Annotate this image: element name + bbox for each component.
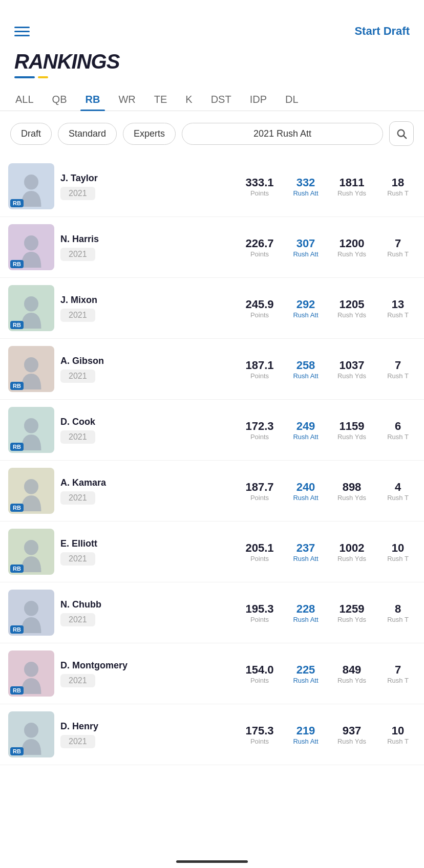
draft-filter-button[interactable]: Draft	[10, 123, 52, 145]
tab-dl[interactable]: DL	[276, 89, 308, 111]
points-label: Points	[242, 250, 278, 258]
position-badge: RB	[10, 260, 24, 268]
points-label: Points	[242, 372, 278, 380]
points-label: Points	[242, 311, 278, 319]
player-row[interactable]: RB D. Henry 2021 175.3 Points 219 Rush A…	[0, 704, 424, 765]
player-year: 2021	[60, 674, 95, 687]
rush-td-value: 4	[380, 481, 416, 494]
stat-rush-yds: 1200 Rush Yds	[334, 237, 370, 258]
rush-yds-value: 1200	[334, 237, 370, 250]
stat-rush-td: 4 Rush T	[380, 481, 416, 502]
stat-rush-td: 6 Rush T	[380, 420, 416, 441]
rush-yds-label: Rush Yds	[334, 311, 370, 319]
search-button[interactable]	[389, 121, 414, 146]
experts-filter-button[interactable]: Experts	[123, 123, 176, 145]
player-row[interactable]: RB D. Cook 2021 172.3 Points 249 Rush At…	[0, 400, 424, 461]
stat-points: 226.7 Points	[242, 237, 278, 258]
player-stats: 245.9 Points 292 Rush Att 1205 Rush Yds …	[242, 298, 416, 319]
rush-td-value: 7	[380, 237, 416, 250]
rush-att-label: Rush Att	[288, 433, 324, 441]
rush-att-label: Rush Att	[288, 372, 324, 380]
rush-td-value: 13	[380, 298, 416, 311]
tab-idp[interactable]: IDP	[241, 89, 276, 111]
rush-td-value: 6	[380, 420, 416, 433]
player-row[interactable]: RB N. Chubb 2021 195.3 Points 228 Rush A…	[0, 582, 424, 643]
points-label: Points	[242, 433, 278, 441]
tab-k[interactable]: K	[176, 89, 201, 111]
stat-rush-att: 237 Rush Att	[288, 541, 324, 562]
rush-td-label: Rush T	[380, 311, 416, 319]
player-avatar: RB	[8, 407, 54, 453]
player-row[interactable]: RB J. Taylor 2021 333.1 Points 332 Rush …	[0, 156, 424, 217]
rush-yds-value: 849	[334, 663, 370, 677]
player-row[interactable]: RB A. Kamara 2021 187.7 Points 240 Rush …	[0, 461, 424, 522]
stat-points: 172.3 Points	[242, 420, 278, 441]
rush-att-value: 225	[288, 663, 324, 677]
player-avatar: RB	[8, 650, 54, 697]
rush-yds-label: Rush Yds	[334, 616, 370, 623]
rush-td-value: 7	[380, 663, 416, 677]
player-name: D. Henry	[60, 721, 236, 732]
player-stats: 226.7 Points 307 Rush Att 1200 Rush Yds …	[242, 237, 416, 258]
rush-att-label: Rush Att	[288, 311, 324, 319]
position-badge: RB	[10, 321, 24, 329]
player-row[interactable]: RB J. Mixon 2021 245.9 Points 292 Rush A…	[0, 278, 424, 339]
stat-points: 245.9 Points	[242, 298, 278, 319]
rush-td-value: 7	[380, 359, 416, 372]
standard-filter-button[interactable]: Standard	[58, 123, 117, 145]
rush-td-value: 10	[380, 724, 416, 737]
tab-all[interactable]: ALL	[6, 89, 43, 111]
tab-te[interactable]: TE	[145, 89, 177, 111]
rush-td-label: Rush T	[380, 372, 416, 380]
player-row[interactable]: RB E. Elliott 2021 205.1 Points 237 Rush…	[0, 522, 424, 582]
player-info: D. Henry 2021	[60, 721, 236, 748]
player-row[interactable]: RB A. Gibson 2021 187.1 Points 258 Rush …	[0, 339, 424, 400]
stat-rush-td: 7 Rush T	[380, 663, 416, 684]
player-avatar: RB	[8, 711, 54, 757]
tab-qb[interactable]: QB	[43, 89, 76, 111]
position-badge: RB	[10, 382, 24, 390]
rush-yds-label: Rush Yds	[334, 555, 370, 562]
svg-point-7	[24, 479, 38, 494]
rush-yds-label: Rush Yds	[334, 372, 370, 380]
tab-rb[interactable]: RB	[76, 89, 110, 111]
rush-att-label: Rush Att	[288, 737, 324, 745]
player-stats: 333.1 Points 332 Rush Att 1811 Rush Yds …	[242, 176, 416, 197]
player-info: N. Chubb 2021	[60, 599, 236, 626]
points-value: 245.9	[242, 298, 278, 311]
stat-rush-yds: 1002 Rush Yds	[334, 541, 370, 562]
stat-rush-att: 332 Rush Att	[288, 176, 324, 197]
rush-att-label: Rush Att	[288, 189, 324, 197]
points-value: 154.0	[242, 663, 278, 677]
stat-rush-yds: 1037 Rush Yds	[334, 359, 370, 380]
page-title-section: RANKINGS	[0, 46, 424, 78]
svg-point-6	[24, 418, 38, 433]
position-badge: RB	[10, 504, 24, 512]
tab-dst[interactable]: DST	[202, 89, 241, 111]
rush-att-filter-button[interactable]: 2021 Rush Att	[182, 123, 383, 145]
player-stats: 172.3 Points 249 Rush Att 1159 Rush Yds …	[242, 420, 416, 441]
stat-points: 175.3 Points	[242, 724, 278, 745]
svg-point-3	[24, 235, 38, 251]
player-stats: 195.3 Points 228 Rush Att 1259 Rush Yds …	[242, 602, 416, 623]
stat-points: 187.7 Points	[242, 481, 278, 502]
stat-rush-td: 7 Rush T	[380, 237, 416, 258]
start-draft-button[interactable]: Start Draft	[354, 25, 410, 38]
hamburger-menu[interactable]	[14, 27, 30, 36]
player-row[interactable]: RB N. Harris 2021 226.7 Points 307 Rush …	[0, 217, 424, 278]
svg-point-9	[24, 601, 38, 616]
stat-rush-yds: 1159 Rush Yds	[334, 420, 370, 441]
tab-wr[interactable]: WR	[109, 89, 144, 111]
points-value: 205.1	[242, 541, 278, 555]
rush-td-label: Rush T	[380, 737, 416, 745]
player-avatar: RB	[8, 224, 54, 270]
stat-rush-att: 249 Rush Att	[288, 420, 324, 441]
player-row[interactable]: RB D. Montgomery 2021 154.0 Points 225 R…	[0, 643, 424, 704]
position-badge: RB	[10, 625, 24, 634]
svg-point-8	[24, 540, 38, 555]
stat-rush-att: 292 Rush Att	[288, 298, 324, 319]
player-info: J. Mixon 2021	[60, 295, 236, 322]
stat-rush-yds: 898 Rush Yds	[334, 481, 370, 502]
player-avatar: RB	[8, 346, 54, 392]
position-badge: RB	[10, 199, 24, 207]
